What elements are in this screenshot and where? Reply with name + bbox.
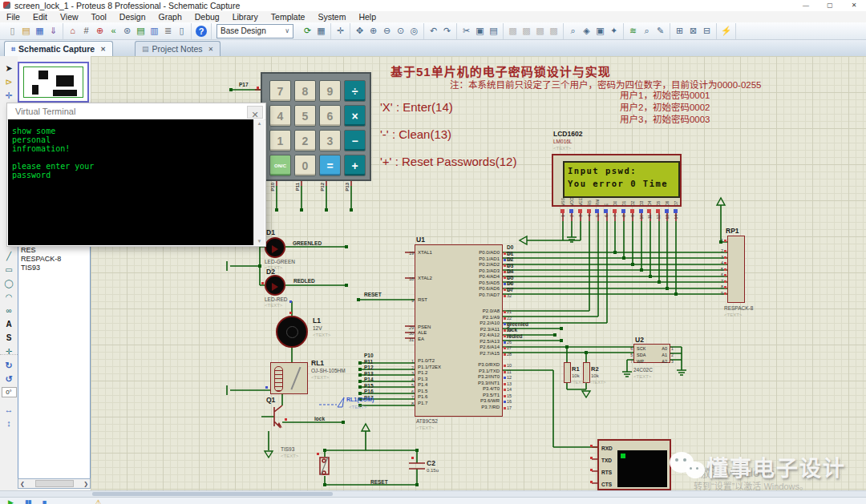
- d1-component[interactable]: [265, 237, 285, 258]
- d2-component[interactable]: [265, 275, 285, 296]
- scroll-up-icon[interactable]: ▲: [254, 121, 265, 126]
- object-selector-item[interactable]: RES: [18, 246, 90, 255]
- keypad-key[interactable]: 9: [319, 80, 341, 102]
- toolbar-icon[interactable]: ⟳: [301, 24, 314, 38]
- keypad-key[interactable]: −: [344, 130, 366, 151]
- rotate-icon[interactable]: ↺: [2, 373, 16, 385]
- draw-tool-icon[interactable]: ◯: [2, 277, 16, 289]
- toolbar-icon[interactable]: ⊠: [686, 24, 700, 38]
- close-icon[interactable]: ✕: [247, 106, 263, 119]
- toolbar-icon[interactable]: ⌂: [66, 24, 79, 38]
- toolbar-icon[interactable]: ▤: [134, 24, 148, 38]
- terminal-scrollbar[interactable]: ▲ ▼: [253, 119, 265, 245]
- menu-item[interactable]: Design: [113, 11, 152, 22]
- toolbar-icon[interactable]: ◈: [580, 24, 593, 38]
- menu-item[interactable]: Template: [265, 11, 312, 22]
- scroll-down-icon[interactable]: ▼: [254, 239, 265, 244]
- keypad-key[interactable]: 7: [269, 80, 291, 102]
- keypad-key[interactable]: 0: [294, 155, 316, 176]
- object-selector-scrollbar[interactable]: ❮ ❯: [18, 478, 91, 489]
- toolbar-icon[interactable]: ▯: [6, 24, 19, 38]
- toolbar-icon[interactable]: ▣: [593, 24, 607, 38]
- toolbar-icon[interactable]: ⊕: [93, 24, 107, 38]
- menu-item[interactable]: System: [311, 11, 352, 22]
- toolbar-icon[interactable]: ▦: [314, 24, 328, 38]
- toolbar-icon[interactable]: ▦: [33, 24, 47, 38]
- keypad-key[interactable]: =: [319, 155, 341, 176]
- rotation-angle-field[interactable]: 0°: [2, 387, 17, 397]
- toolbar-icon[interactable]: ⊕: [366, 24, 380, 38]
- keypad-key[interactable]: +: [344, 155, 366, 176]
- virtual-terminal-titlebar[interactable]: Virtual Terminal ✕: [7, 103, 265, 120]
- maximize-button[interactable]: ▢: [818, 0, 842, 11]
- toolbar-icon[interactable]: ▥: [148, 24, 161, 38]
- virtual-terminal-screen[interactable]: show somepersonalinfromation!please ente…: [8, 119, 265, 245]
- object-selector-item[interactable]: RESPACK-8: [18, 255, 90, 264]
- simulation-control-icon[interactable]: ■: [42, 498, 47, 504]
- scrollbar-thumb[interactable]: [92, 492, 333, 496]
- keypad-key[interactable]: ON/C: [269, 155, 291, 176]
- draw-tool-icon[interactable]: S: [2, 332, 16, 344]
- toolbar-icon[interactable]: «: [107, 24, 120, 38]
- draw-tool-icon[interactable]: ╱: [2, 250, 16, 262]
- keypad-key[interactable]: 1: [269, 130, 291, 151]
- menu-item[interactable]: Library: [226, 11, 265, 22]
- minimize-button[interactable]: —: [794, 0, 818, 11]
- menu-item[interactable]: File: [0, 11, 26, 22]
- rp1-component[interactable]: 123456789: [727, 236, 745, 303]
- keypad-key[interactable]: ÷: [344, 80, 366, 102]
- virtual-terminal-window[interactable]: Virtual Terminal ✕ show somepersonalinfr…: [6, 103, 266, 247]
- toolbar-icon[interactable]: ✎: [654, 24, 667, 38]
- toolbar-icon[interactable]: ⇓: [47, 24, 60, 38]
- flip-icon[interactable]: ↔: [2, 404, 16, 416]
- menu-item[interactable]: View: [54, 11, 85, 22]
- mode-icon[interactable]: ✛: [2, 90, 16, 102]
- toolbar-icon[interactable]: ✥: [353, 24, 366, 38]
- serial-terminal-component[interactable]: RXDTXDRTSCTS: [597, 439, 671, 490]
- menu-item[interactable]: Debug: [188, 11, 226, 22]
- toolbar-icon[interactable]: ▣: [473, 24, 487, 38]
- schematic-overview[interactable]: [18, 62, 89, 103]
- tab-project-notes[interactable]: ▤ Project Notes ✕: [135, 41, 221, 56]
- toolbar-icon[interactable]: ⊛: [120, 24, 134, 38]
- keypad-key[interactable]: 3: [319, 130, 341, 151]
- help-icon[interactable]: ?: [196, 26, 207, 37]
- flip-icon[interactable]: ↕: [2, 417, 16, 429]
- menu-item[interactable]: Edit: [26, 11, 54, 22]
- u1-component[interactable]: 19 XTAL1 18 XTAL2 RESET 9 RST 29 PSEN 30: [415, 244, 503, 417]
- close-tab-icon[interactable]: ✕: [100, 46, 106, 53]
- toolbar-icon[interactable]: ↶: [427, 24, 440, 38]
- toolbar-icon[interactable]: ⊖: [380, 24, 394, 38]
- menu-item[interactable]: Help: [352, 11, 382, 22]
- rotate-icon[interactable]: ↻: [2, 360, 16, 372]
- toolbar-icon[interactable]: ≋: [626, 24, 640, 38]
- keypad-component[interactable]: 789÷456×123−ON/C0=+: [261, 72, 371, 181]
- draw-tool-icon[interactable]: A: [2, 318, 16, 330]
- toolbar-icon[interactable]: ✛: [334, 24, 347, 38]
- scrollbar-thumb[interactable]: [35, 480, 74, 487]
- design-selector[interactable]: Base Design ∨: [216, 24, 293, 38]
- toolbar-icon[interactable]: ▤: [487, 24, 500, 38]
- draw-tool-icon[interactable]: ◠: [2, 291, 16, 303]
- simulation-control-icon[interactable]: ▶: [8, 498, 14, 504]
- toolbar-icon[interactable]: ↷: [440, 24, 454, 38]
- toolbar-icon[interactable]: ✂: [459, 24, 473, 38]
- scroll-left-icon[interactable]: ❮: [20, 481, 25, 487]
- draw-tool-icon[interactable]: ∞: [2, 304, 16, 317]
- u2-component[interactable]: 6SCK A01 5SDA A12 7WP A23: [633, 344, 670, 363]
- toolbar-icon[interactable]: ◎: [407, 24, 421, 38]
- toolbar-icon[interactable]: ▯: [175, 24, 188, 38]
- toolbar-icon[interactable]: ⊟: [700, 24, 714, 38]
- toolbar-icon[interactable]: ⌕: [566, 24, 580, 38]
- mode-icon[interactable]: ➤: [2, 62, 16, 75]
- object-selector[interactable]: RESRESPACK-8TIS93: [18, 245, 91, 479]
- close-button[interactable]: ✕: [842, 0, 866, 11]
- toolbar-icon[interactable]: ⚡: [719, 24, 733, 38]
- keypad-key[interactable]: 8: [294, 80, 316, 102]
- object-selector-item[interactable]: TIS93: [18, 264, 90, 272]
- toolbar-icon[interactable]: ⊙: [394, 24, 407, 38]
- keypad-key[interactable]: 6: [319, 105, 341, 127]
- toolbar-icon[interactable]: ▤: [19, 24, 33, 38]
- keypad-key[interactable]: ×: [344, 105, 366, 127]
- scroll-right-icon[interactable]: ❯: [83, 481, 88, 487]
